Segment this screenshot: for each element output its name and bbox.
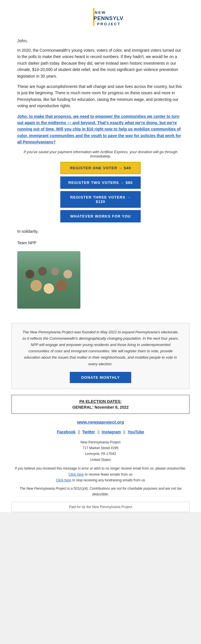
- fewer-emails-link[interactable]: Click here: [69, 472, 84, 476]
- register-one-voter-button[interactable]: REGISTER ONE VOTER → $40: [60, 162, 141, 174]
- separator-3: ||: [123, 430, 125, 434]
- website-link[interactable]: www.newpaproject.org: [77, 420, 124, 424]
- election-dates-box: PA ELECTION DATES: GENERAL: November 8, …: [11, 395, 190, 414]
- address-line3: Lemoyne, PA 17043: [85, 452, 116, 456]
- donate-monthly-button[interactable]: DONATE MONTHLY: [70, 372, 132, 383]
- separator-2: ||: [97, 430, 99, 434]
- address-line1: New Pennsylvania Project: [80, 440, 120, 444]
- actblue-note: If you've saved your payment information…: [17, 150, 184, 158]
- election-title: PA ELECTION DATES:: [18, 399, 183, 404]
- election-date: GENERAL: November 8, 2022: [18, 405, 183, 410]
- stop-fundraising-text: to stop receiving any fundraising emails…: [71, 478, 145, 482]
- instagram-link[interactable]: Instagram: [102, 430, 121, 434]
- separator-1: ||: [78, 430, 80, 434]
- social-links: Facebook || Twitter || Instagram || YouT…: [0, 427, 201, 436]
- fewer-emails-text: to receive fewer emails from us: [84, 472, 132, 476]
- team-photo: [17, 251, 80, 309]
- org-address: New Pennsylvania Project 717 Market Stre…: [11, 439, 190, 463]
- closing-team: Team NPP: [17, 240, 184, 247]
- register-three-voters-button[interactable]: REGISTER THREE VOTERS → $120: [60, 191, 141, 208]
- cta-link[interactable]: John, to make that progress, we need to …: [17, 114, 181, 145]
- logo: NEW PENNSYLVANIA PROJECT: [78, 6, 123, 30]
- whatever-works-button[interactable]: WHATEVER WORKS FOR YOU: [60, 210, 141, 222]
- paid-for-bar: Paid for by the New Pennsylvania Project: [11, 502, 190, 512]
- footer-legal-text1: If you believe you received this message…: [15, 466, 186, 470]
- stop-fundraising-link[interactable]: Click here: [56, 478, 71, 482]
- photo-bg: [17, 251, 80, 309]
- address-line4: United States: [90, 458, 111, 462]
- logo-svg: NEW PENNSYLVANIA PROJECT: [78, 6, 123, 29]
- address-line2: 717 Market Street #295: [82, 446, 118, 450]
- email-content: John, In 2020, the Commonwealth's young …: [0, 32, 201, 323]
- svg-text:PROJECT: PROJECT: [97, 22, 121, 26]
- footer-tax-disclaimer: The New Pennsylvania Project is a 501(c)…: [11, 486, 190, 497]
- register-two-voters-button[interactable]: REGISTER TWO VOTERS → $80: [60, 176, 141, 189]
- info-box: The New Pennsylvania Project was founded…: [11, 323, 190, 389]
- facebook-link[interactable]: Facebook: [57, 430, 76, 434]
- cta-paragraph: John, to make that progress, we need to …: [17, 113, 184, 145]
- youtube-link[interactable]: YouTube: [127, 430, 144, 434]
- website-link-container: www.newpaproject.org: [0, 420, 201, 424]
- paragraph-1: In 2020, the Commonwealth's young voters…: [17, 47, 184, 79]
- greeting: John,: [17, 38, 184, 43]
- footer-legal: If you believe you received this message…: [11, 466, 190, 483]
- donation-buttons-group: REGISTER ONE VOTER → $40 REGISTER TWO VO…: [17, 162, 184, 222]
- email-wrapper: NEW PENNSYLVANIA PROJECT John, In 2020, …: [0, 0, 201, 512]
- svg-text:PENNSYLVANIA: PENNSYLVANIA: [94, 16, 123, 21]
- closing-salutation: In solidarity,: [17, 228, 184, 235]
- svg-text:NEW: NEW: [95, 10, 106, 15]
- paragraph-2: These are huge accomplishments that will…: [17, 83, 184, 109]
- email-header: NEW PENNSYLVANIA PROJECT: [0, 0, 201, 32]
- twitter-link[interactable]: Twitter: [82, 430, 95, 434]
- info-box-text: The New Pennsylvania Project was founded…: [20, 329, 181, 367]
